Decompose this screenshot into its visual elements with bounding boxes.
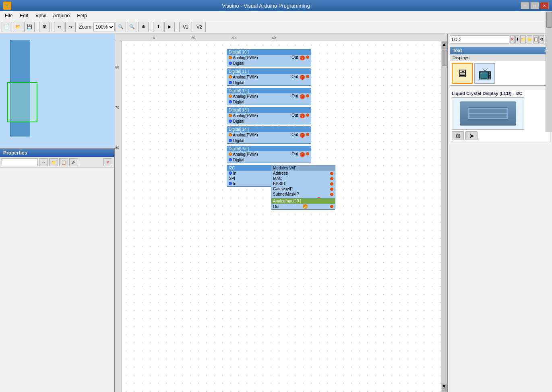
port-out-12: Out 0 [292,94,309,99]
props-btn-5[interactable]: ✕ [103,158,112,166]
badge-11: 0 [300,75,305,80]
node-wifi-mac: MAC [271,176,335,181]
node-analoginput[interactable]: AnalogInput[ 0 ] Out W [271,198,335,210]
port-digital-11: Digital [229,80,244,85]
dot-digital-11 [229,81,232,84]
menu-bar: File Edit View Arduino Help [0,11,552,20]
node-i2c[interactable]: I2C In SPI In [227,165,275,187]
preview-btn-1[interactable]: ⊕ [452,131,464,140]
zoom-out-button[interactable]: 🔍 [127,22,137,32]
dot-digital-14 [229,139,232,142]
node-wifi[interactable]: Modules:WiFi Address MAC BSSID Gatew [271,165,335,203]
badge-13: 0 [300,113,305,118]
zoom-select[interactable]: 100% 75% 150% [93,23,115,31]
ruler-horizontal: 10 20 30 40 [115,34,447,41]
zoom-label: Zoom: [79,24,93,30]
dot-digital-13 [229,120,232,123]
scrollbar-down-btn[interactable]: ▼ [442,384,447,392]
node-i2c-header: I2C [227,165,275,171]
node-digital15-row1: Analog(PWM) Out 0 [227,151,311,157]
right-btn-down[interactable]: ⬇ [515,35,520,43]
port-out-10: Out 0 [292,55,309,60]
ruler-mark-40: 40 [272,36,276,40]
right-btn-2[interactable]: ⭐ [527,35,532,43]
scrollbar-up-btn[interactable]: ▲ [442,41,447,50]
display-item-other[interactable]: 📺 [474,63,495,84]
canvas[interactable]: Digital[ 10 ] Analog(PWM) Out 0 Digital … [122,41,441,392]
new-button[interactable]: 📄 [2,22,12,32]
menu-help[interactable]: Help [74,12,90,19]
minimize-button[interactable]: ─ [521,2,529,9]
displays-label: Displays [450,54,550,61]
toolbar-separator-1 [37,23,37,31]
dot-wifi-bssid [330,182,333,186]
menu-edit[interactable]: Edit [17,12,31,19]
toolbar-separator-4 [177,23,177,31]
lcd-chip [460,101,516,126]
title-bar-title: Visuino - Visual Arduino Programming [11,3,521,9]
minimap[interactable] [0,34,115,149]
right-btn-4[interactable]: ⚙ [540,35,544,43]
right-btn-3[interactable]: 📋 [533,35,539,43]
scrollbar-thumb[interactable] [442,50,447,66]
right-btn-1[interactable]: 📁 [520,35,526,43]
maximize-button[interactable]: □ [530,2,539,9]
node-wifi-header: Modules:WiFi [271,165,335,171]
node-digital10-row1: Analog(PWM) Out 0 [227,55,311,61]
redo-button[interactable]: ↪ [65,22,76,32]
title-bar-controls: ─ □ ✕ [521,2,549,9]
port-wifi-subnetmaskip-label: SubnetMaskIP [273,192,299,196]
zoom-in-button[interactable]: 🔍 [116,22,126,32]
menu-file[interactable]: File [2,12,16,19]
node-digital15[interactable]: Digital[ 15 ] Analog(PWM) Out 0 Digital [227,146,311,163]
minimap-viewport [7,82,37,122]
toolbar: 📄 📂 💾 ⊞ ↩ ↪ Zoom: 100% 75% 150% 🔍 🔍 ⊕ ⬆ … [0,20,552,34]
ruler-v-70: 70 [115,105,119,109]
component-search[interactable] [450,35,509,43]
display-icon-other: 📺 [478,67,492,80]
port-digital-10: Digital [229,61,244,66]
props-btn-2[interactable]: 📁 [49,158,58,166]
node-digital11[interactable]: Digital[ 11 ] Analog(PWM) Out 0 Digital [227,68,311,86]
props-btn-4[interactable]: 🖊 [69,158,78,166]
ruler-mark-20: 20 [191,36,195,40]
ruler-h-inner: 10 20 30 40 [115,34,447,41]
node-digital10[interactable]: Digital[ 10 ] Analog(PWM) Out 0 Digital [227,49,311,66]
dot-out-10 [306,56,309,59]
node-digital12[interactable]: Digital[ 12 ] Analog(PWM) Out 0 Digital [227,88,311,105]
display-item-lcd[interactable]: 🖥 [452,63,473,84]
preview-btn-2[interactable]: ➤ [465,131,478,140]
menu-view[interactable]: View [32,12,49,19]
dot-digital-10 [229,62,232,65]
right-panel-vscrollbar[interactable] [546,11,552,132]
port-analog-out-label: Out [273,204,279,209]
visuino-btn2[interactable]: V2 [193,22,206,32]
props-btn-1[interactable]: → [39,158,48,166]
port-out-11: Out 0 [292,74,309,80]
upload-button[interactable]: ⬆ [153,22,163,32]
properties-search[interactable] [2,158,38,166]
props-btn-3[interactable]: 📋 [59,158,68,166]
node-digital13[interactable]: Digital[ 13 ] Analog(PWM) Out 0 Digital [227,107,311,124]
right-scrollbar-thumb[interactable] [546,12,552,28]
port-analog-pwm-12: Analog(PWM) [229,94,258,99]
undo-button[interactable]: ↩ [54,22,64,32]
save-button[interactable]: 💾 [24,22,35,32]
menu-arduino[interactable]: Arduino [50,12,73,19]
component-preview-img [452,97,524,130]
grid-button[interactable]: ⊞ [39,22,50,32]
node-analoginput-header: AnalogInput[ 0 ] [271,198,335,204]
canvas-vscrollbar[interactable]: ▲ ▼ [441,41,447,392]
node-digital15-row2: Digital [227,157,311,163]
node-digital14[interactable]: Digital[ 14 ] Analog(PWM) Out 0 Digital [227,126,311,144]
visuino-btn1[interactable]: V1 [179,22,192,32]
run-button[interactable]: ▶ [164,22,175,32]
node-digital11-header: Digital[ 11 ] [227,69,311,74]
node-spi-in-row: In [227,181,275,186]
open-button[interactable]: 📂 [13,22,23,32]
port-analog-pwm-11: Analog(PWM) [229,75,258,79]
port-wifi-gatewayip-label: GatewayIP [273,187,293,191]
right-btn-red-x[interactable]: ✕ [510,35,515,43]
zoom-fit-button[interactable]: ⊕ [138,22,149,32]
close-button[interactable]: ✕ [540,2,549,9]
